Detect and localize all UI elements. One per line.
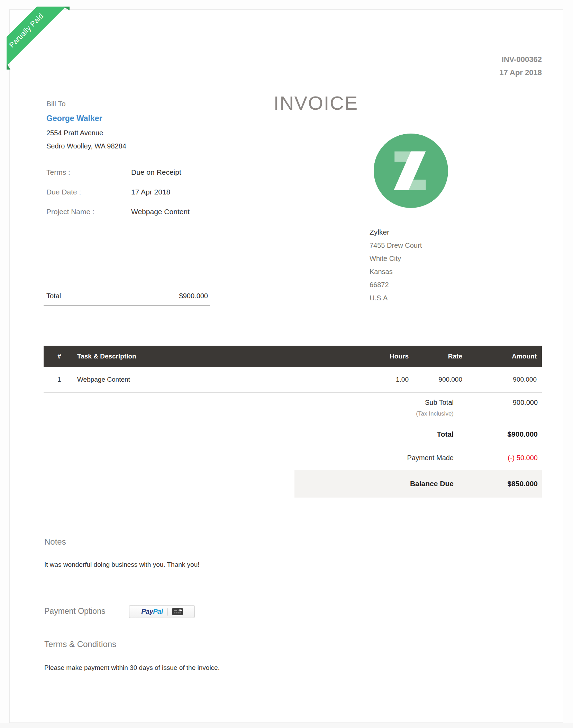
company-address-line: White City	[370, 252, 422, 265]
invoice-page: Partially Paid INV-000362 17 Apr 2018 IN…	[9, 9, 563, 723]
tax-inclusive-row: (Tax Inclusive)	[294, 410, 542, 417]
paypal-logo: PayPal	[141, 608, 163, 616]
table-row: 1 Webpage Content 1.00 900.000 900.000	[44, 367, 542, 392]
notes-heading: Notes	[44, 537, 66, 547]
balance-due-value: $850.000	[454, 480, 542, 488]
col-header-hours: Hours	[365, 346, 409, 367]
due-date-row: Due Date :17 Apr 2018	[46, 188, 190, 208]
item-amount: 900.000	[462, 367, 542, 392]
page-background	[0, 723, 573, 728]
project-name-value: Webpage Content	[131, 208, 190, 216]
tax-inclusive-note: (Tax Inclusive)	[294, 410, 454, 417]
terms-row: Terms :Due on Receipt	[46, 168, 190, 188]
terms-heading: Terms & Conditions	[44, 639, 116, 649]
col-header-amount: Amount	[462, 346, 542, 367]
item-hours: 1.00	[365, 367, 409, 392]
payment-options-label: Payment Options	[44, 607, 105, 616]
paybox-divider	[167, 608, 168, 616]
payment-made-row: Payment Made (-) 50.000	[294, 454, 542, 462]
col-header-description: Task & Description	[77, 346, 365, 367]
invoice-number: INV-000362	[499, 53, 542, 66]
customer-address-line: 2554 Pratt Avenue	[46, 126, 126, 139]
subtotal-label: Sub Total	[294, 399, 454, 407]
credit-card-icon	[172, 608, 183, 615]
terms-value: Due on Receipt	[131, 168, 181, 176]
col-header-index: #	[44, 346, 77, 367]
paypal-payment-button[interactable]: PayPal	[129, 605, 195, 618]
bill-to-label: Bill To	[46, 100, 126, 108]
company-address-line: 7455 Drew Court	[370, 239, 422, 252]
company-address-line: U.S.A	[370, 291, 422, 304]
project-name-row: Project Name :Webpage Content	[46, 208, 190, 227]
line-items-table: # Task & Description Hours Rate Amount 1…	[44, 346, 542, 393]
line-items-header: # Task & Description Hours Rate Amount	[44, 346, 542, 367]
due-date-label: Due Date :	[46, 188, 131, 196]
customer-address-line: Sedro Woolley, WA 98284	[46, 139, 126, 153]
terms-text: Please make payment within 30 days of is…	[44, 664, 220, 672]
company-address-block: Zylker 7455 Drew Court White City Kansas…	[370, 226, 422, 304]
payment-made-value: (-) 50.000	[454, 454, 542, 462]
totals-block: Sub Total 900.000 (Tax Inclusive) Total …	[294, 399, 542, 498]
page-title: INVOICE	[229, 92, 402, 114]
zylker-logo-icon	[374, 134, 448, 208]
company-address-line: 66872	[370, 278, 422, 291]
company-name: Zylker	[370, 226, 422, 239]
item-rate: 900.000	[409, 367, 462, 392]
item-index: 1	[44, 367, 77, 392]
col-header-rate: Rate	[409, 346, 462, 367]
total-summary-block: Total $900.000	[44, 289, 210, 306]
invoice-meta-block: INV-000362 17 Apr 2018	[499, 53, 542, 79]
due-date-value: 17 Apr 2018	[131, 188, 170, 196]
paypal-logo-pal: Pal	[153, 608, 163, 615]
item-description: Webpage Content	[77, 367, 365, 392]
grand-total-row: Total $900.000	[294, 430, 542, 438]
grand-total-label: Total	[294, 430, 454, 438]
bill-to-block: Bill To George Walker 2554 Pratt Avenue …	[46, 100, 126, 153]
summary-total-label: Total	[46, 292, 61, 300]
payment-made-label: Payment Made	[294, 454, 454, 462]
terms-label: Terms :	[46, 168, 131, 176]
customer-address: 2554 Pratt Avenue Sedro Woolley, WA 9828…	[46, 126, 126, 153]
grand-total-value: $900.000	[454, 430, 542, 438]
paypal-logo-pay: Pay	[141, 608, 153, 615]
project-name-label: Project Name :	[46, 208, 131, 216]
invoice-details-block: Terms :Due on Receipt Due Date :17 Apr 2…	[46, 168, 190, 227]
summary-total-value: $900.000	[179, 292, 208, 300]
company-address-line: Kansas	[370, 265, 422, 278]
invoice-date: 17 Apr 2018	[499, 66, 542, 79]
customer-name-link[interactable]: George Walker	[46, 114, 126, 123]
notes-text: It was wonderful doing business with you…	[44, 561, 200, 568]
subtotal-row: Sub Total 900.000	[294, 399, 542, 407]
balance-due-label: Balance Due	[294, 480, 454, 488]
subtotal-value: 900.000	[454, 399, 542, 407]
balance-due-row: Balance Due $850.000	[294, 470, 542, 498]
